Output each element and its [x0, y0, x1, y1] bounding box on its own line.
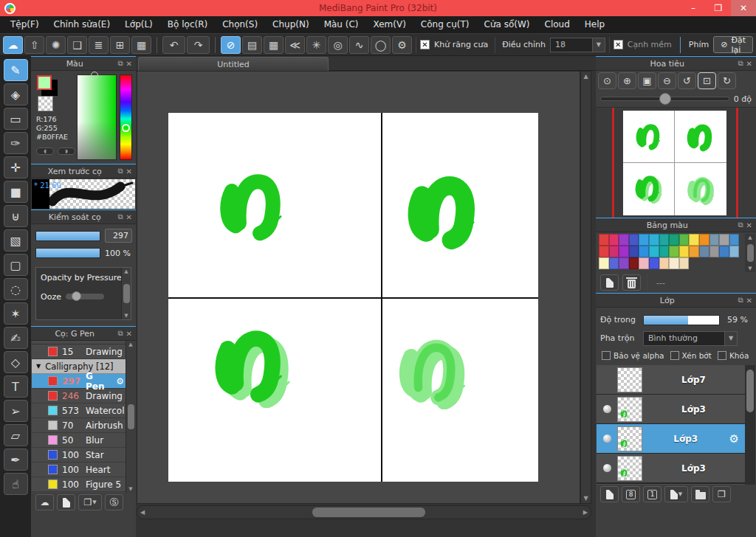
eyedropper-tool[interactable]: ✒: [4, 448, 28, 471]
palette-swatch[interactable]: [649, 246, 659, 257]
saturation-square[interactable]: [77, 75, 117, 160]
close-icon[interactable]: ✕: [126, 60, 132, 68]
popout-icon[interactable]: ⧉: [117, 329, 123, 338]
gear-icon[interactable]: ⚙: [729, 432, 739, 446]
layer-checkbox-3[interactable]: [718, 351, 726, 360]
palette-swatch[interactable]: [709, 234, 720, 246]
palette-swatch[interactable]: [679, 246, 690, 257]
popout-icon[interactable]: ⧉: [738, 296, 743, 305]
palette-swatch[interactable]: [599, 234, 609, 246]
eraser-tool[interactable]: ◈: [4, 83, 28, 105]
snap-ellipse-icon[interactable]: ◯: [371, 36, 391, 54]
gear-icon[interactable]: ⚙: [116, 376, 124, 387]
snap-radial-icon[interactable]: ✳: [306, 36, 326, 54]
duplicate-brush-button[interactable]: ❐▼: [78, 494, 102, 510]
chat-bubble-icon[interactable]: ❑: [67, 36, 87, 54]
timelapse-list-icon[interactable]: ⊞: [110, 36, 130, 54]
select-rect-tool[interactable]: ▢: [4, 254, 28, 276]
color-mode-button[interactable]: ◖: [36, 148, 54, 155]
cloud-brush-button[interactable]: ☁: [35, 494, 54, 510]
brush-option[interactable]: Opacity by Pressure: [36, 268, 131, 287]
palette-swatch[interactable]: [649, 257, 659, 269]
redo-button[interactable]: ↷: [187, 36, 210, 54]
layer-checkbox-2[interactable]: [670, 351, 679, 360]
add-1bit-layer-button[interactable]: 1: [643, 486, 662, 502]
brush-tool[interactable]: ✎: [4, 59, 28, 81]
hue-marker[interactable]: [122, 124, 130, 132]
layer-row[interactable]: Lớp3⚙: [597, 424, 745, 454]
menu-item-1[interactable]: Tệp(F): [3, 16, 47, 33]
soft-edge-checkbox[interactable]: ✕: [614, 40, 623, 49]
select-pen-tool[interactable]: ✍: [4, 327, 28, 349]
shape-select-tool[interactable]: ➢: [4, 400, 28, 422]
visibility-eye-icon[interactable]: [603, 434, 611, 443]
brush-row[interactable]: 100Figure 5: [32, 477, 126, 492]
palette-scrollbar[interactable]: ▲▼: [745, 234, 755, 272]
saturation-marker[interactable]: [91, 72, 98, 79]
palette-swatch[interactable]: [679, 234, 690, 246]
slider-knob[interactable]: [72, 291, 81, 301]
document-canvas[interactable]: [168, 113, 538, 482]
palette-swatch[interactable]: [639, 246, 649, 257]
snap-grid-icon[interactable]: ▦: [264, 36, 284, 54]
color-mode-button-2[interactable]: ◗: [58, 148, 75, 155]
popout-icon[interactable]: ⧉: [117, 212, 123, 221]
palette-swatch[interactable]: [629, 257, 639, 269]
snap-parallel-icon[interactable]: ▤: [242, 36, 262, 54]
palette-swatch[interactable]: [599, 246, 609, 257]
palette-swatch[interactable]: [679, 257, 690, 269]
horizontal-scrollbar[interactable]: ◀ ▶: [137, 505, 591, 519]
soft-eraser-tool[interactable]: ▱: [4, 424, 28, 446]
gradient-tool[interactable]: ▧: [4, 229, 28, 252]
scrollbar-thumb[interactable]: [312, 507, 425, 517]
brush-row[interactable]: 70Airbrush: [32, 418, 126, 433]
export-icon[interactable]: ⇧: [24, 36, 44, 54]
palette-swatch[interactable]: [629, 246, 639, 257]
bucket-tool[interactable]: ⊎: [4, 205, 28, 227]
layer-row[interactable]: Lớp7: [597, 365, 745, 395]
lasso-tool[interactable]: ◌: [4, 278, 28, 300]
palette-swatch[interactable]: [619, 246, 629, 257]
palette-swatch[interactable]: [609, 246, 619, 257]
grid-edit-icon[interactable]: ▦: [131, 36, 151, 54]
snap-vanishing-icon[interactable]: ≪: [285, 36, 305, 54]
canvas-viewport[interactable]: [137, 71, 580, 504]
visibility-eye-icon[interactable]: [603, 405, 611, 413]
menu-item-6[interactable]: Chụp(N): [265, 16, 317, 33]
palette-swatch[interactable]: [729, 246, 740, 257]
brush-size-slider[interactable]: [35, 231, 100, 241]
palette-swatch[interactable]: [669, 234, 679, 246]
magic-wand-tool[interactable]: ✶: [4, 302, 28, 325]
palette-swatch[interactable]: [689, 246, 699, 257]
palette-swatch[interactable]: [599, 257, 609, 269]
brush-row[interactable]: 573Watercol: [32, 403, 126, 418]
popout-icon[interactable]: ⧉: [738, 221, 743, 229]
fill-rect-tool[interactable]: ■: [4, 181, 28, 203]
vertical-scrollbar[interactable]: ▲▼: [580, 71, 591, 504]
fit-screen-button[interactable]: ▣: [638, 72, 656, 89]
menu-item-9[interactable]: Công cụ(T): [413, 16, 477, 33]
document-tab[interactable]: Untitled: [138, 57, 329, 71]
comment-bubble-icon[interactable]: ✺: [46, 36, 66, 54]
menu-item-11[interactable]: Cloud: [537, 16, 577, 33]
document-icon[interactable]: ≣: [89, 36, 109, 54]
palette-swatch[interactable]: [619, 257, 629, 269]
palette-swatch[interactable]: [669, 257, 679, 269]
menu-item-2[interactable]: Chỉnh sửa(E): [47, 16, 118, 33]
palette-swatch[interactable]: [609, 257, 619, 269]
brush-row[interactable]: 297G Pen⚙: [32, 374, 126, 389]
snap-curve-icon[interactable]: ∿: [349, 36, 369, 54]
menu-item-8[interactable]: Xem(V): [366, 16, 413, 33]
palette-swatch[interactable]: [699, 234, 709, 246]
undo-button[interactable]: ↶: [162, 36, 185, 54]
transparent-swatch[interactable]: [38, 96, 53, 111]
brush-size-value[interactable]: 297: [105, 229, 132, 243]
script-brush-button[interactable]: Ⓢ: [105, 494, 123, 510]
delete-swatch-button[interactable]: [622, 274, 641, 291]
palette-swatch[interactable]: [669, 246, 679, 257]
palette-swatch[interactable]: [609, 234, 619, 246]
palette-swatch[interactable]: [629, 234, 639, 246]
close-icon[interactable]: ✕: [126, 330, 132, 338]
brush-row[interactable]: 50Blur: [32, 433, 126, 448]
menu-item-5[interactable]: Chọn(S): [215, 16, 265, 33]
